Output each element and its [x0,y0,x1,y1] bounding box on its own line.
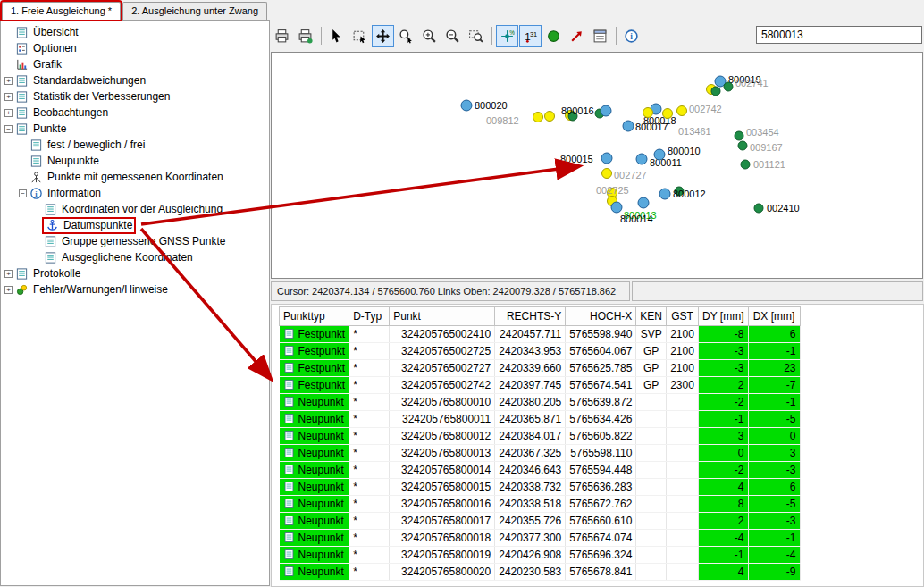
expand-toggle-icon[interactable]: + [4,286,13,294]
tree-item-punkte[interactable]: −Punkte [1,121,269,137]
column-header-d-typ[interactable]: D-Typ [349,307,390,326]
map-point-800012[interactable] [659,189,671,200]
toggle-point-symbols-button[interactable]: % [496,25,518,47]
column-header-hoch-x[interactable]: HOCH-X [566,307,636,326]
tree-item-label: Standardabweichungen [33,74,146,87]
select-mode-button[interactable] [325,25,348,47]
tree-item-protokolle[interactable]: +Protokolle [1,265,269,281]
table-row-324205765800011[interactable]: Neupunkt*3242057658000112420365.87157656… [280,411,801,428]
map-point-800016[interactable] [601,105,612,117]
table-row-324205765800016[interactable]: Neupunkt*3242057658000162420338.51857656… [280,496,801,513]
table-row-324205765800013[interactable]: Neupunkt*3242057658000132420367.32557655… [280,445,801,462]
expand-toggle-icon[interactable]: + [4,77,13,85]
table-row-324205765800014[interactable]: Neupunkt*3242057658000142420346.64357655… [280,462,801,479]
tree-item-beobachtungen[interactable]: +Beobachtungen [1,105,269,121]
zoom-window-button[interactable] [465,25,487,47]
tree-item-optionen[interactable]: Optionen [1,40,269,56]
graphic-properties-button[interactable] [589,25,611,47]
map-point-800020[interactable] [461,100,473,112]
tree-item-punkte-mit-gemessenen-koordinaten[interactable]: Punkte mit gemessenen Koordinaten [1,169,269,185]
column-header-gst[interactable]: GST [667,307,699,326]
table-row-324205765002410[interactable]: Festpunkt*3242057650024102420457.7115765… [280,326,801,343]
collapse-toggle-icon[interactable]: − [19,189,27,197]
tree-item-information[interactable]: −iInformation [1,185,269,201]
table-row-324205765800019[interactable]: Neupunkt*3242057658000192420426.90857656… [280,547,801,564]
toggle-vectors-button[interactable] [566,25,588,47]
cell-gst: 2300 [667,377,699,394]
map-point[interactable] [662,108,673,119]
map-point[interactable] [711,87,721,96]
cell-hoch: 5765660.610 [566,513,636,530]
point-number-input[interactable] [756,26,922,44]
toggle-error-ellipses-button[interactable] [542,25,565,47]
tree-item-datumspunkte[interactable]: Datumspunkte [1,217,269,233]
table-row-324205765800010[interactable]: Neupunkt*3242057658000102420380.20557656… [280,394,801,411]
map-point-002742[interactable] [676,105,687,116]
zoom-drag-button[interactable] [395,25,417,47]
map-canvas[interactable]: 8000200098128000190027418000180027428000… [271,52,923,279]
column-header-dx-mm[interactable]: DX [mm] [748,307,800,326]
expand-toggle-icon[interactable]: + [4,93,13,101]
tree-item-neupunkte[interactable]: Neupunkte [1,153,269,169]
map-point-001121[interactable] [741,160,751,170]
map-point-002410[interactable] [754,204,764,214]
map-point-009167[interactable] [738,141,748,151]
tree-item-fehler-warnungen-hinweise[interactable]: +Fehler/Warnungen/Hinweise [1,281,269,298]
column-header-rechts-y[interactable]: RECHTS-Y [495,307,566,326]
table-row-324205765800015[interactable]: Neupunkt*3242057658000152420338.73257656… [280,479,801,496]
select-area-button[interactable] [349,25,371,47]
map-point-002727[interactable] [601,168,612,179]
tree-item-statistik-der-verbesserungen[interactable]: +Statistik der Verbesserungen [1,88,269,105]
cell-punkt: 324205765002727 [390,360,495,377]
map-point-800015[interactable] [601,153,613,164]
tree-item-koordinaten-vor-der-ausgleichung[interactable]: Koordinaten vor der Ausgleichung [1,201,269,217]
column-header-punkttyp[interactable]: Punkttyp [280,307,349,326]
cell-dy: -3 [699,360,748,377]
map-point-800014[interactable] [611,202,623,214]
doc-icon [44,203,58,216]
map-point-800013[interactable] [638,197,650,209]
toggle-point-numbers-button[interactable]: 131 [519,25,542,47]
map-point-003454[interactable] [735,131,744,141]
map-point[interactable] [643,107,653,118]
cell-punkttyp: Neupunkt [280,564,349,581]
column-header-ken[interactable]: KEN [636,307,667,326]
collapse-toggle-icon[interactable]: − [4,125,13,133]
map-point[interactable] [544,111,555,122]
map-point-800017[interactable] [623,121,634,132]
zoom-out-button[interactable] [441,25,464,47]
table-row-324205765002725[interactable]: Festpunkt*3242057650027252420343.9535765… [280,343,801,360]
table-row-324205765800020[interactable]: Neupunkt*3242057658000202420230.58357656… [280,564,801,581]
pan-mode-button[interactable] [372,25,394,47]
expand-toggle-icon[interactable]: + [4,270,13,278]
cell-punkttyp: Festpunkt [280,377,349,394]
table-row-324205765800018[interactable]: Neupunkt*3242057658000182420377.30057656… [280,530,801,547]
tree-item-fest-beweglich-frei[interactable]: fest / beweglich / frei [1,137,269,153]
map-point-800010[interactable] [654,149,666,161]
table-row-324205765800012[interactable]: Neupunkt*3242057658000122420384.01757656… [280,428,801,445]
tab-1-freie-ausgleichung[interactable]: 1. Freie Ausgleichung * [2,2,121,20]
column-header-dy-mm[interactable]: DY [mm] [699,307,748,326]
tree-item-grafik[interactable]: Grafik [1,56,269,72]
tree-item-ausgeglichene-koordinaten[interactable]: Ausgeglichene Koordinaten [1,249,269,265]
column-header-punkt[interactable]: Punkt [390,307,495,326]
tree-item-bersicht[interactable]: Übersicht [1,24,269,40]
zoom-in-button[interactable] [418,25,441,47]
table-row-324205765002727[interactable]: Festpunkt*3242057650027272420339.6605765… [280,360,801,377]
map-point-800011[interactable] [636,154,648,165]
info-button[interactable]: i [620,25,643,47]
map-point[interactable] [533,112,543,122]
table-row-324205765002742[interactable]: Festpunkt*3242057650027422420397.7455765… [280,377,801,394]
table-row-324205765800017[interactable]: Neupunkt*3242057658000172420355.72657656… [280,513,801,530]
expand-toggle-icon[interactable]: + [4,109,13,117]
tree-item-gruppe-gemessene-gnss-punkte[interactable]: Gruppe gemessene GNSS Punkte [1,233,269,249]
print-graphic-button[interactable] [294,25,316,47]
tab-2-ausgleichung-unter-zwang[interactable]: 2. Ausgleichung unter Zwang [122,2,267,20]
tree-item-standardabweichungen[interactable]: +Standardabweichungen [1,72,269,88]
cell-hoch: 5765639.872 [566,394,636,411]
cell-gst [667,479,699,496]
print-button[interactable] [271,25,293,47]
cell-rechts: 2420343.953 [495,343,566,360]
cell-dx: 3 [748,445,800,462]
map-point-002741[interactable] [724,82,734,92]
